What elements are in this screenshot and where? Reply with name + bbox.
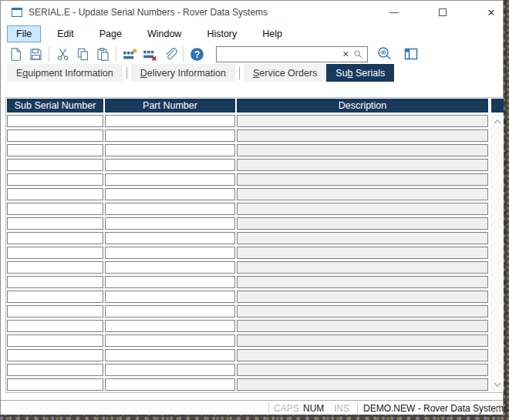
cell-part-number[interactable] bbox=[105, 364, 235, 376]
resize-grip-icon[interactable] bbox=[492, 404, 502, 414]
window-title: SERIAL.E - Update Serial Numbers - Rover… bbox=[29, 7, 268, 18]
cell-sub-serial-number[interactable] bbox=[7, 188, 103, 200]
paste-button[interactable] bbox=[93, 45, 113, 63]
cell-sub-serial-number[interactable] bbox=[7, 276, 103, 288]
cell-part-number[interactable] bbox=[105, 247, 235, 259]
cell-description bbox=[237, 217, 488, 230]
attachment-button[interactable] bbox=[160, 45, 180, 63]
tab-sub-serials[interactable]: Sub Serials bbox=[326, 64, 394, 82]
cell-part-number[interactable] bbox=[105, 261, 235, 274]
scroll-up-button[interactable] bbox=[491, 116, 504, 127]
cell-part-number[interactable] bbox=[105, 173, 235, 186]
cell-part-number[interactable] bbox=[105, 349, 235, 361]
cell-description bbox=[237, 349, 488, 361]
tab-label-pre: Su bbox=[335, 68, 347, 79]
table-row bbox=[7, 173, 488, 186]
copy-icon bbox=[76, 47, 90, 62]
tab-delivery-information[interactable]: Delivery Information bbox=[131, 64, 235, 82]
chevron-up-icon bbox=[494, 119, 501, 124]
cell-part-number[interactable] bbox=[105, 320, 235, 332]
cut-button[interactable] bbox=[52, 45, 72, 63]
cell-description bbox=[237, 378, 488, 391]
title-bar[interactable]: SERIAL.E - Update Serial Numbers - Rover… bbox=[1, 1, 503, 24]
column-header-sub-serial-number[interactable]: Sub Serial Number bbox=[7, 99, 103, 113]
copy-button[interactable] bbox=[72, 45, 93, 63]
cell-part-number[interactable] bbox=[105, 334, 235, 347]
cell-part-number[interactable] bbox=[105, 159, 235, 171]
column-header-part-number[interactable]: Part Number bbox=[105, 99, 235, 113]
cell-part-number[interactable] bbox=[105, 378, 235, 391]
search-clear-icon[interactable]: ✕ bbox=[339, 50, 353, 59]
tab-label-post: Serials bbox=[353, 68, 386, 79]
grid-header-row: Sub Serial Number Part Number Descriptio… bbox=[7, 99, 488, 113]
cell-description bbox=[237, 129, 488, 142]
cell-part-number[interactable] bbox=[105, 144, 235, 156]
search-icon[interactable] bbox=[353, 49, 363, 59]
cell-part-number[interactable] bbox=[105, 232, 235, 244]
insert-row-icon bbox=[123, 47, 137, 62]
cell-description bbox=[237, 115, 488, 127]
cell-sub-serial-number[interactable] bbox=[7, 305, 103, 318]
cell-sub-serial-number[interactable] bbox=[7, 261, 103, 274]
cell-part-number[interactable] bbox=[105, 203, 235, 215]
cell-sub-serial-number[interactable] bbox=[7, 144, 103, 156]
status-bar: CAPS NUM INS DEMO.NEW - Rover Data Syste… bbox=[1, 400, 503, 415]
table-row bbox=[7, 144, 488, 156]
menu-edit[interactable]: Edit bbox=[48, 25, 83, 42]
toolbar-separator bbox=[183, 46, 184, 62]
cell-sub-serial-number[interactable] bbox=[7, 173, 103, 186]
tab-service-orders[interactable]: Service Orders bbox=[244, 64, 326, 82]
cell-sub-serial-number[interactable] bbox=[7, 378, 103, 391]
cell-sub-serial-number[interactable] bbox=[7, 203, 103, 215]
close-button[interactable]: ✕ bbox=[474, 1, 509, 24]
cell-sub-serial-number[interactable] bbox=[7, 364, 103, 376]
cell-sub-serial-number[interactable] bbox=[7, 291, 103, 303]
cell-sub-serial-number[interactable] bbox=[7, 247, 103, 259]
tab-equipment-information[interactable]: Equipment Information bbox=[7, 64, 123, 82]
cell-sub-serial-number[interactable] bbox=[7, 334, 103, 347]
cell-part-number[interactable] bbox=[105, 129, 235, 142]
cell-description bbox=[237, 320, 488, 332]
tab-label-post: uipment Information bbox=[28, 68, 113, 79]
help-button[interactable]: ? bbox=[187, 45, 207, 63]
cell-part-number[interactable] bbox=[105, 276, 235, 288]
cell-description bbox=[237, 291, 488, 303]
scroll-down-button[interactable] bbox=[491, 378, 504, 390]
insert-row-button[interactable] bbox=[120, 45, 140, 63]
desktop-background: SERIAL.E - Update Serial Numbers - Rover… bbox=[0, 0, 509, 420]
cell-sub-serial-number[interactable] bbox=[7, 349, 103, 361]
grid-header-corner bbox=[491, 99, 504, 113]
cell-sub-serial-number[interactable] bbox=[7, 232, 103, 244]
cell-sub-serial-number[interactable] bbox=[7, 320, 103, 332]
cell-part-number[interactable] bbox=[105, 291, 235, 303]
menu-history[interactable]: History bbox=[197, 25, 246, 42]
cell-part-number[interactable] bbox=[105, 305, 235, 318]
lookup-preview-button[interactable] bbox=[376, 45, 394, 63]
menu-file[interactable]: File bbox=[7, 25, 41, 42]
cell-part-number[interactable] bbox=[105, 188, 235, 200]
cell-sub-serial-number[interactable] bbox=[7, 115, 103, 127]
search-input[interactable] bbox=[217, 48, 339, 61]
menu-bar: File Edit Page Window History Help bbox=[1, 24, 503, 44]
table-body bbox=[7, 115, 488, 393]
minimize-button[interactable] bbox=[376, 1, 412, 24]
menu-window[interactable]: Window bbox=[138, 25, 190, 42]
tab-separator bbox=[239, 67, 240, 79]
save-button[interactable] bbox=[25, 45, 46, 63]
menu-help[interactable]: Help bbox=[253, 25, 292, 42]
paste-icon bbox=[96, 47, 110, 62]
cell-description bbox=[237, 305, 488, 318]
column-header-description[interactable]: Description bbox=[237, 99, 488, 113]
cell-sub-serial-number[interactable] bbox=[7, 159, 103, 171]
vertical-scrollbar[interactable] bbox=[491, 115, 504, 391]
cell-part-number[interactable] bbox=[105, 115, 235, 127]
cell-part-number[interactable] bbox=[105, 217, 235, 230]
new-document-button[interactable] bbox=[5, 45, 25, 63]
cell-description bbox=[237, 173, 488, 186]
menu-page[interactable]: Page bbox=[90, 25, 131, 42]
maximize-button[interactable] bbox=[425, 1, 460, 24]
cell-sub-serial-number[interactable] bbox=[7, 217, 103, 230]
delete-row-button[interactable] bbox=[140, 45, 160, 63]
cell-sub-serial-number[interactable] bbox=[7, 129, 103, 142]
table-view-button[interactable] bbox=[402, 45, 420, 63]
